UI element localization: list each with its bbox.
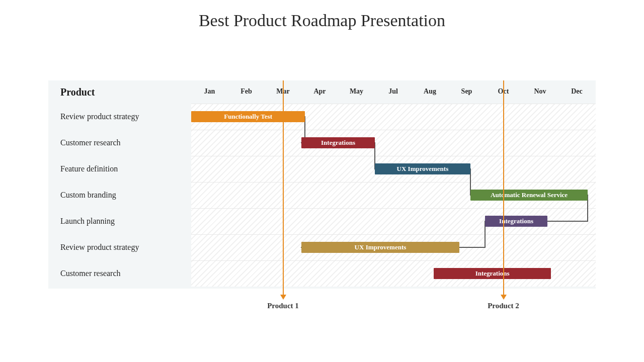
month-label: Sep [448, 87, 485, 96]
month-label: Jul [375, 87, 412, 96]
grid-row [191, 130, 596, 156]
month-label: May [338, 87, 375, 96]
row-label: Launch planning [60, 208, 115, 234]
gantt-bar: Automatic Renewal Service [470, 190, 588, 201]
gantt-bar: Integrations [485, 216, 547, 227]
chevron-down-icon [280, 295, 286, 300]
gantt-chart: Product Review product strategyCustomer … [48, 80, 596, 289]
row-label: Review product strategy [60, 104, 139, 130]
milestone-line [503, 80, 504, 295]
gantt-bar: Integrations [301, 137, 375, 148]
month-label: Jan [191, 87, 228, 96]
gantt-bar: Functionally Test [191, 111, 305, 122]
page-title: Best Product Roadmap Presentation [0, 0, 644, 30]
gantt-bar: Integrations [434, 268, 551, 279]
row-label: Customer research [60, 260, 121, 287]
milestone-label: Product 1 [253, 302, 313, 310]
row-label: Feature definition [60, 156, 118, 182]
milestone-line [283, 80, 284, 295]
gantt-bar: UX Improvements [375, 163, 470, 174]
month-label: Dec [558, 87, 595, 96]
chevron-down-icon [501, 295, 507, 300]
connector-line [547, 221, 588, 222]
gantt-bar: UX Improvements [301, 242, 459, 253]
table-header: Product [60, 80, 95, 104]
month-label: Nov [522, 87, 558, 96]
row-label: Custom branding [60, 182, 116, 208]
row-label: Customer research [60, 130, 121, 156]
row-label: Review product strategy [60, 234, 139, 260]
month-label: Feb [228, 87, 265, 96]
month-label: Aug [412, 87, 448, 96]
milestone-label: Product 2 [473, 302, 534, 310]
month-label: Apr [301, 87, 338, 96]
timeline-area: JanFebMarAprMayJulAugSepOctNovDec Functi… [191, 104, 596, 287]
